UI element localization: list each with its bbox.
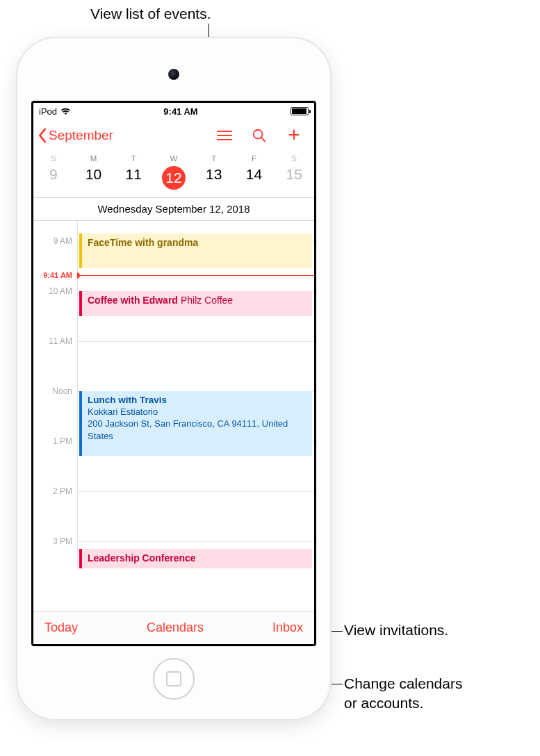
wifi-icon <box>60 108 71 115</box>
events-column: FaceTime with grandmaCoffee with EdwardP… <box>77 221 314 568</box>
days-row: 9101112131415 <box>33 164 314 198</box>
plus-icon: + <box>288 124 300 145</box>
calendars-button[interactable]: Calendars <box>147 621 204 635</box>
weekday-header: SMTWTFS <box>33 151 314 164</box>
back-label: September <box>49 128 113 143</box>
screen: iPod 9:41 AM September <box>31 101 316 646</box>
carrier-label: iPod <box>39 106 57 117</box>
event-facetime-grandma[interactable]: FaceTime with grandma <box>79 233 312 268</box>
day-cell[interactable]: 9 <box>33 164 74 192</box>
event-lunch-travis[interactable]: Lunch with TravisKokkari Estiatorio 200 … <box>79 391 312 457</box>
day-cell[interactable]: 13 <box>194 164 234 192</box>
event-title: Leadership Conference <box>88 552 196 564</box>
status-bar: iPod 9:41 AM <box>33 103 314 120</box>
day-cell[interactable]: 11 <box>113 164 154 192</box>
hour-label: 1 PM <box>53 436 72 446</box>
hour-gridline <box>78 341 314 342</box>
inbox-button[interactable]: Inbox <box>272 621 303 635</box>
hour-gridline <box>78 541 314 542</box>
hour-label: 11 AM <box>49 336 72 346</box>
status-time: 9:41 AM <box>163 106 197 117</box>
day-cell[interactable]: 15 <box>274 164 314 192</box>
callout-inbox: View invitations. <box>344 621 448 640</box>
weekday-letter: W <box>154 154 194 163</box>
day-timeline[interactable]: 9 AM10 AM11 AMNoon1 PM2 PM3 PM FaceTime … <box>33 221 314 568</box>
svg-line-1 <box>261 138 265 141</box>
today-button[interactable]: Today <box>44 621 78 635</box>
event-title: Lunch with Travis <box>88 395 167 405</box>
event-location: Philz Coffee <box>181 295 233 306</box>
search-icon <box>252 128 267 143</box>
hour-label: 3 PM <box>53 536 72 546</box>
event-title: Coffee with Edward <box>88 295 178 306</box>
weekday-letter: S <box>33 154 74 163</box>
day-cell[interactable]: 12 <box>154 164 194 192</box>
add-event-button[interactable]: + <box>285 126 303 145</box>
nav-bar: September + <box>33 120 314 151</box>
event-location: Kokkari Estiatorio 200 Jackson St, San F… <box>88 406 306 443</box>
hour-label: 10 AM <box>49 286 72 296</box>
home-button[interactable] <box>153 658 195 700</box>
callout-list-view: View list of events. <box>90 4 211 24</box>
weekday-letter: S <box>274 154 314 163</box>
list-icon <box>217 129 232 143</box>
hour-label: Noon <box>52 386 72 396</box>
battery-icon <box>291 107 309 115</box>
hour-label: 2 PM <box>53 486 72 496</box>
current-time-line <box>77 275 314 276</box>
search-button[interactable] <box>250 126 268 145</box>
hour-label: 9 AM <box>54 236 72 246</box>
weekday-letter: T <box>194 154 234 163</box>
back-button[interactable]: September <box>35 125 116 146</box>
day-cell[interactable]: 14 <box>234 164 275 192</box>
weekday-letter: T <box>113 154 154 163</box>
date-subtitle: Wednesday September 12, 2018 <box>33 198 314 221</box>
event-title: FaceTime with grandma <box>88 237 198 248</box>
bottom-toolbar: Today Calendars Inbox <box>33 611 314 644</box>
weekday-letter: F <box>234 154 275 163</box>
callout-calendars: Change calendars or accounts. <box>344 674 462 714</box>
current-time-label: 9:41 AM <box>33 271 77 279</box>
chevron-left-icon <box>38 128 47 143</box>
day-cell[interactable]: 10 <box>74 164 114 192</box>
event-coffee-edward[interactable]: Coffee with EdwardPhilz Coffee <box>79 291 312 316</box>
ipod-device-frame: iPod 9:41 AM September <box>17 38 330 719</box>
weekday-letter: M <box>74 154 114 163</box>
list-view-button[interactable] <box>215 126 234 145</box>
hour-gridline <box>78 491 314 492</box>
device-camera <box>168 69 179 80</box>
event-leadership-conference[interactable]: Leadership Conference <box>79 549 312 568</box>
